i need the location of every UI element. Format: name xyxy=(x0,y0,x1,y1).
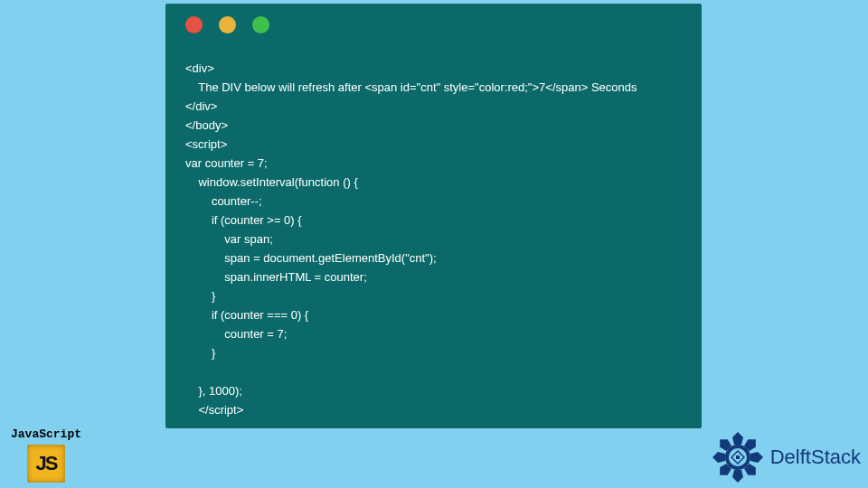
close-icon xyxy=(185,16,203,33)
minimize-icon xyxy=(219,16,236,33)
svg-rect-2 xyxy=(736,455,740,459)
window-traffic-lights xyxy=(165,4,702,33)
javascript-tile-icon: JS xyxy=(27,445,65,483)
javascript-label: JavaScript xyxy=(11,427,81,441)
javascript-badge: JavaScript JS xyxy=(11,427,81,483)
maximize-icon xyxy=(252,16,269,33)
code-block: <div> The DIV below will refresh after <… xyxy=(165,33,702,419)
code-window: <div> The DIV below will refresh after <… xyxy=(165,4,702,428)
delftstack-logo: DelftStack xyxy=(711,430,861,484)
delftstack-name: DelftStack xyxy=(770,446,861,469)
delftstack-emblem-icon xyxy=(711,430,765,484)
